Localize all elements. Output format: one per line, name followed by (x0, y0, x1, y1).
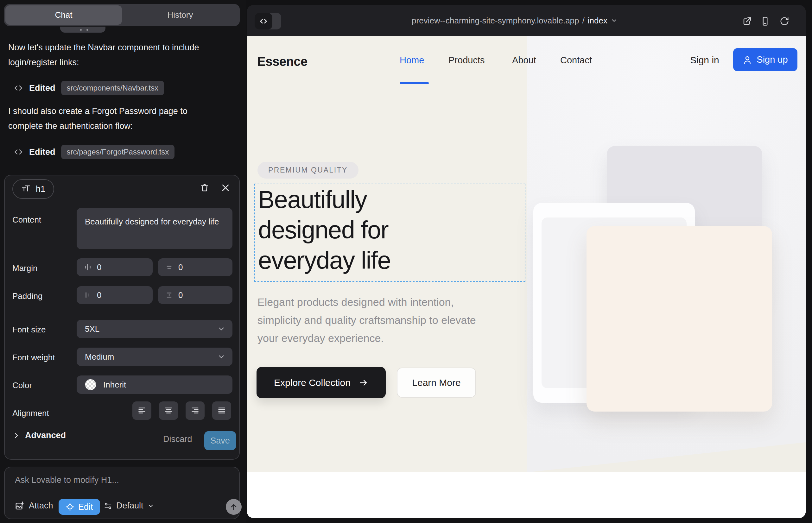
padding-vertical-icon (165, 291, 173, 299)
font-size-label: Font size (12, 325, 46, 335)
padding-horizontal-icon (84, 291, 92, 299)
close-panel-icon[interactable] (221, 183, 230, 193)
margin-y-value: 0 (178, 263, 183, 272)
color-select[interactable]: Inherit (77, 376, 232, 394)
tab-history[interactable]: History (122, 5, 239, 25)
hero-heading-line: designed for (258, 215, 390, 245)
nav-link-contact[interactable]: Contact (560, 55, 592, 66)
site-logo[interactable]: Essence (257, 54, 307, 69)
save-button[interactable]: Save (204, 431, 236, 450)
padding-y-input[interactable]: 0 (158, 286, 232, 304)
chat-sidebar: Chat History Now let's update the Navbar… (0, 0, 246, 523)
font-weight-label: Font weight (12, 353, 55, 362)
padding-x-input[interactable]: 0 (77, 286, 153, 304)
code-preview-toggle[interactable] (254, 13, 281, 30)
target-icon (66, 502, 74, 511)
app-root: Chat History Now let's update the Navbar… (0, 0, 812, 523)
chat-history-tabs: Chat History (4, 4, 240, 26)
nav-link-about[interactable]: About (512, 55, 536, 66)
explore-collection-button[interactable]: Explore Collection (257, 367, 386, 398)
code-icon (254, 13, 272, 30)
chevron-down-icon (217, 325, 226, 333)
advanced-label: Advanced (25, 431, 66, 440)
open-external-icon[interactable] (742, 16, 752, 26)
section-below-hero (247, 472, 806, 518)
edited-label: Edited (29, 83, 55, 93)
url-host: preview--charming-site-symphony.lovable.… (412, 16, 579, 26)
assistant-message: Now let's update the Navbar component to… (8, 40, 224, 70)
font-weight-value: Medium (85, 352, 114, 362)
composer-input[interactable] (14, 475, 222, 485)
edited-file-row: Edited src/components/Navbar.tsx (13, 81, 164, 95)
content-label: Content (12, 215, 41, 225)
site-preview: Essence Home Products About Contact Sign… (247, 36, 806, 518)
align-center-button[interactable] (159, 401, 178, 420)
font-size-value: 5XL (85, 324, 100, 334)
sign-up-label: Sign up (757, 54, 788, 65)
tag-name: h1 (36, 184, 45, 194)
element-editor-panel: h1 Content Beautifully designed for ever… (4, 175, 240, 460)
chevron-down-icon (217, 353, 226, 361)
hero-heading[interactable]: Beautifully designed for everyday life (258, 184, 390, 275)
sign-in-link[interactable]: Sign in (690, 55, 719, 66)
margin-y-input[interactable]: 0 (158, 258, 232, 276)
type-icon (21, 184, 31, 194)
align-right-button[interactable] (186, 401, 205, 420)
content-input[interactable]: Beautifully designed for everyday life (77, 208, 232, 249)
send-button[interactable] (226, 499, 242, 515)
chevron-down-icon (147, 502, 154, 509)
nav-link-products[interactable]: Products (448, 55, 484, 66)
nav-link-home[interactable]: Home (400, 55, 424, 66)
edit-mode-button[interactable]: Edit (58, 499, 100, 515)
padding-y-value: 0 (178, 290, 183, 300)
font-size-select[interactable]: 5XL (77, 320, 232, 338)
url-page: index (588, 16, 607, 26)
chevron-right-icon (12, 432, 20, 439)
edited-file-row: Edited src/pages/ForgotPassword.tsx (13, 145, 175, 159)
padding-label: Padding (12, 291, 42, 301)
margin-x-input[interactable]: 0 (77, 258, 153, 276)
padding-x-value: 0 (97, 290, 101, 300)
code-icon (13, 147, 23, 157)
url-bar[interactable]: preview--charming-site-symphony.lovable.… (412, 5, 618, 36)
file-chip[interactable]: src/pages/ForgotPassword.tsx (61, 145, 175, 159)
edit-label: Edit (78, 502, 93, 512)
mode-label: Default (116, 501, 143, 511)
active-nav-underline (400, 82, 429, 84)
margin-x-value: 0 (97, 263, 101, 272)
margin-vertical-icon (165, 263, 173, 271)
margin-label: Margin (12, 264, 37, 273)
discard-button[interactable]: Discard (163, 434, 192, 444)
color-label: Color (12, 381, 32, 390)
hero-paragraph: Elegant products designed with intention… (258, 293, 492, 347)
assistant-message: I should also create a Forgot Password p… (8, 104, 224, 133)
delete-element-icon[interactable] (200, 183, 209, 193)
advanced-toggle[interactable]: Advanced (12, 431, 66, 440)
tab-chat[interactable]: Chat (5, 5, 122, 25)
color-value: Inherit (103, 380, 126, 390)
mode-select[interactable]: Default (104, 501, 154, 511)
chat-composer: Attach Edit Default (4, 467, 240, 519)
attach-button[interactable]: Attach (15, 501, 53, 511)
url-separator: / (582, 16, 585, 26)
alignment-label: Alignment (12, 409, 49, 418)
browser-topbar: preview--charming-site-symphony.lovable.… (247, 5, 806, 36)
color-swatch (85, 379, 96, 390)
user-icon (743, 55, 752, 65)
margin-horizontal-icon (84, 263, 92, 271)
arrow-up-icon (229, 502, 238, 511)
sign-up-button[interactable]: Sign up (733, 48, 797, 71)
preview-browser-frame: preview--charming-site-symphony.lovable.… (247, 5, 806, 518)
font-weight-select[interactable]: Medium (77, 348, 232, 366)
learn-more-button[interactable]: Learn More (397, 367, 476, 398)
image-plus-icon (15, 501, 24, 511)
align-justify-button[interactable] (212, 401, 231, 420)
selected-element-tag: h1 (12, 179, 54, 199)
align-left-button[interactable] (133, 401, 152, 420)
refresh-icon[interactable] (780, 16, 789, 26)
file-chip[interactable]: src/components/Navbar.tsx (61, 81, 164, 95)
mobile-view-icon[interactable] (760, 16, 770, 26)
premium-quality-badge: PREMIUM QUALITY (258, 162, 358, 179)
decorative-card-cream (586, 226, 772, 412)
sliders-icon (104, 502, 112, 510)
